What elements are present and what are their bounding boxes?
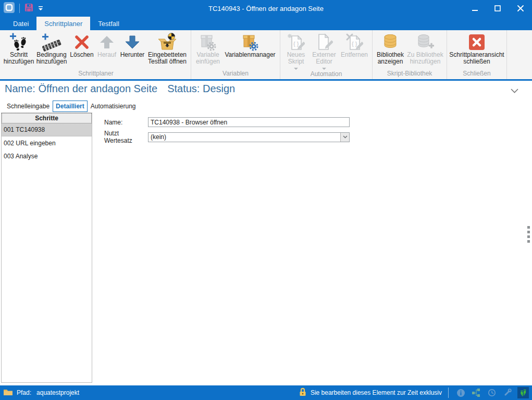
subtab-detailliert[interactable]: Detailliert [53,101,88,112]
quick-access-dropdown-icon[interactable] [38,4,43,13]
step-list-item[interactable]: 002 URL eingeben [2,136,92,149]
delete-button[interactable]: Löschen [69,30,95,69]
group-label: Skript-Bibliothek [375,69,444,79]
subtab-schnelleingabe[interactable]: Schnelleingabe [4,101,52,111]
close-stepplanner-view-button[interactable]: Schrittplaneransicht schließen [449,30,504,69]
collapse-chevron-icon[interactable] [511,86,518,95]
insert-variable-button[interactable]: Variable einfügen [193,30,222,69]
name-field-label: Name: [104,119,148,126]
remove-script-icon: { } [345,32,363,52]
button-label: Herunter [120,52,145,58]
database-add-icon-disabled [416,32,435,52]
tab-schrittplaner[interactable]: Schrittplaner [36,17,90,30]
step-name-value: TC140938 - Browser öffnen [151,119,227,126]
steps-list-panel: Schritte 001 TC140938 002 URL eingeben 0… [1,113,92,383]
quick-access-toolbar [0,2,43,15]
database-icon [381,32,399,52]
subtab-automatisierung[interactable]: Automatisierung [88,101,139,111]
remove-script-button[interactable]: { } Entfernen [339,30,370,70]
ribbon-group-schliessen: Schrittplaneransicht schließen Schließen [447,30,507,79]
add-to-library-button[interactable]: Zu Bibliothek hinzufügen [406,30,444,69]
step-detail-form: Name: TC140938 - Browser öffnen Nutzt We… [104,117,350,147]
save-icon[interactable] [24,3,33,14]
wrench-icon[interactable] [502,387,513,398]
close-button[interactable] [509,0,532,17]
stepplanner-view-icon[interactable] [517,387,529,398]
toolbar-separator [19,4,20,13]
arrow-up-icon [99,32,115,52]
application-window: TC140943 - Öffnen der andagon Seite Date… [0,0,532,400]
button-label: Entfernen [341,52,368,58]
move-down-button[interactable]: Herunter [119,30,146,69]
embedded-testcase-box-icon [157,32,177,52]
window-controls [463,0,532,17]
svg-text:{ }: { } [352,41,357,47]
group-label: Variablen [193,69,278,79]
valueset-selected-value: (kein) [149,133,340,142]
tab-testfall[interactable]: Testfall [90,17,127,30]
footprints-add-icon [9,32,28,52]
info-icon[interactable] [455,387,466,398]
group-label: Schließen [449,69,504,79]
open-embedded-testcase-button[interactable]: Eingebetteten Testfall öffnen [146,30,189,69]
folder-icon [3,388,13,397]
hierarchy-icon[interactable] [471,387,482,398]
title-bar: TC140943 - Öffnen der andagon Seite [0,0,532,17]
ribbon: Schritt hinzufügen Bedingung [0,30,532,81]
move-up-button[interactable]: Herauf [95,30,119,69]
detail-subtabs: Schnelleingabe Detailliert Automatisieru… [4,101,139,112]
arrow-down-icon [125,32,140,52]
valueset-field-label: Nutzt Wertesatz [104,130,148,144]
panel-splitter-handle[interactable] [527,226,530,243]
button-label: Schritt hinzufügen [3,52,34,65]
close-view-x-icon [468,32,485,52]
ribbon-group-skript-bibliothek: Bibliothek anzeigen [373,30,447,79]
add-condition-button[interactable]: Bedingung hinzufügen [34,30,69,69]
history-icon[interactable] [486,387,498,398]
button-label: Bibliothek anzeigen [375,52,406,65]
lock-message: Sie bearbeiten dieses Element zur Zeit e… [311,389,442,396]
ribbon-tab-row: Datei Schrittplaner Testfall [0,17,532,30]
show-library-button[interactable]: Bibliothek anzeigen [375,30,406,69]
status-heading: Status: Design [167,83,235,95]
combobox-dropdown-button[interactable] [340,133,349,142]
svg-text:{ }: { } [293,41,299,47]
group-label: Schrittplaner [3,69,189,79]
status-bar: Pfad: aquatestprojekt Sie bearbeiten die… [0,385,532,400]
element-heading: Name: Öffnen der andagon Seite Status: D… [5,83,235,95]
external-editor-icon [315,32,333,52]
valueset-combobox[interactable]: (kein) [148,132,350,142]
path-value: aquatestprojekt [36,389,79,396]
button-label: Schrittplaneransicht schließen [449,52,504,65]
variable-manager-button[interactable]: Variablenmanager [222,30,278,69]
ribbon-group-variablen: Variable einfügen Variablenmanager [191,30,280,79]
ribbon-group-schrittplaner: Schritt hinzufügen Bedingung [1,30,191,79]
minimize-button[interactable] [463,0,486,17]
button-label: Bedingung hinzufügen [34,52,69,65]
step-name-input[interactable]: TC140938 - Browser öffnen [148,117,350,127]
condition-add-icon [42,32,61,52]
button-label: Externer Editor [310,52,339,65]
delete-x-icon [74,32,90,52]
button-label: Eingebetteten Testfall öffnen [146,52,189,65]
group-label: Automation [282,70,370,80]
maximize-button[interactable] [486,0,509,17]
window-title: TC140943 - Öffnen der andagon Seite [0,5,532,12]
app-icon[interactable] [4,2,15,15]
tab-datei[interactable]: Datei [5,17,36,30]
steps-list-header: Schritte [2,113,92,123]
new-script-icon: { } [287,32,305,52]
add-step-button[interactable]: Schritt hinzufügen [3,30,34,69]
button-label: Löschen [70,52,93,58]
step-list-item[interactable]: 001 TC140938 [2,123,92,136]
button-label: Herauf [97,52,116,58]
external-editor-button[interactable]: Externer Editor [310,30,339,70]
button-label: Neues Skript [282,52,310,65]
button-label: Zu Bibliothek hinzufügen [406,52,444,65]
ribbon-group-automation: { } Neues Skript Ex [280,30,373,79]
detail-content-area: Name: Öffnen der andagon Seite Status: D… [0,81,532,385]
variable-manager-icon [241,32,259,52]
step-list-item[interactable]: 003 Analyse [2,149,92,162]
path-label: Pfad: [17,389,31,396]
new-script-button[interactable]: { } Neues Skript [282,30,310,70]
